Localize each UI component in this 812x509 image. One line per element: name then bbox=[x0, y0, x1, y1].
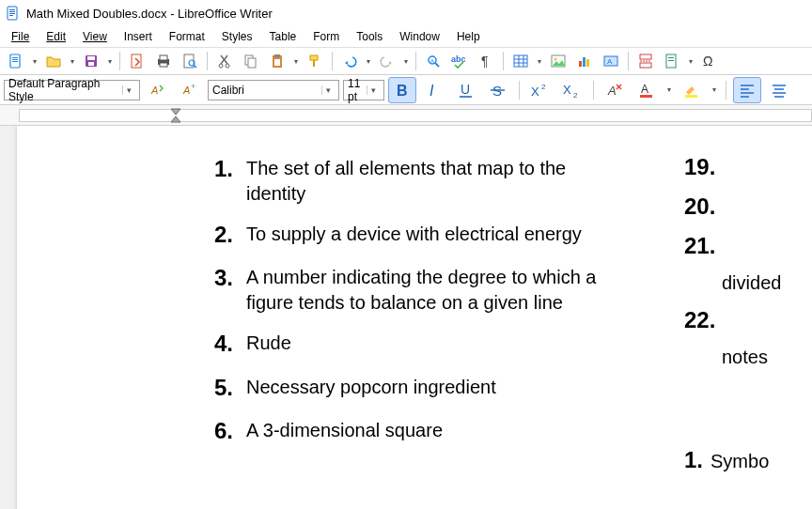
svg-rect-4 bbox=[9, 15, 13, 16]
insert-chart-button[interactable] bbox=[572, 49, 597, 73]
menu-window[interactable]: Window bbox=[392, 28, 447, 45]
align-center-button[interactable] bbox=[765, 77, 793, 103]
font-name-combo[interactable]: Calibri ▾ bbox=[208, 80, 339, 100]
menu-view[interactable]: View bbox=[75, 28, 115, 45]
italic-button[interactable]: I bbox=[420, 77, 448, 103]
svg-rect-3 bbox=[9, 13, 15, 14]
undo-dropdown[interactable]: ▾ bbox=[364, 57, 373, 66]
menu-tools[interactable]: Tools bbox=[349, 28, 390, 45]
svg-text:A: A bbox=[607, 84, 617, 98]
align-left-button[interactable] bbox=[733, 77, 761, 103]
list-number[interactable]: 19. bbox=[684, 154, 812, 180]
new-dropdown[interactable]: ▾ bbox=[30, 57, 39, 66]
paragraph-style-combo[interactable]: Default Paragraph Style ▾ bbox=[4, 80, 140, 100]
strikethrough-button[interactable]: S bbox=[484, 77, 512, 103]
ruler-background bbox=[19, 109, 812, 122]
superscript-button[interactable]: X2 bbox=[526, 77, 554, 103]
insert-table-dropdown[interactable]: ▾ bbox=[535, 57, 544, 66]
highlight-button[interactable] bbox=[678, 77, 706, 103]
menu-form[interactable]: Form bbox=[305, 28, 347, 45]
list-number[interactable]: 21. bbox=[684, 233, 812, 259]
separator bbox=[726, 81, 726, 100]
undo-button[interactable] bbox=[337, 49, 362, 73]
open-dropdown[interactable]: ▾ bbox=[68, 57, 77, 66]
paste-button[interactable] bbox=[265, 49, 289, 73]
svg-text:B: B bbox=[397, 83, 408, 99]
print-button[interactable] bbox=[151, 49, 176, 73]
find-button[interactable]: A bbox=[421, 49, 445, 73]
menu-help[interactable]: Help bbox=[449, 28, 488, 45]
list-number: 6. bbox=[205, 416, 246, 446]
list-number[interactable]: 22. bbox=[684, 307, 812, 333]
menu-edit[interactable]: Edit bbox=[39, 28, 73, 45]
svg-text:+: + bbox=[191, 82, 195, 91]
insert-field-dropdown[interactable]: ▾ bbox=[686, 57, 695, 66]
save-dropdown[interactable]: ▾ bbox=[105, 57, 115, 66]
insert-special-char-button[interactable]: Ω bbox=[697, 49, 722, 73]
svg-text:I: I bbox=[429, 83, 434, 99]
update-style-button[interactable]: A bbox=[144, 77, 172, 103]
paragraph-style-value: Default Paragraph Style bbox=[8, 77, 122, 103]
chevron-down-icon: ▾ bbox=[321, 85, 335, 95]
paste-dropdown[interactable]: ▾ bbox=[291, 57, 301, 66]
list-item[interactable]: 1. Symbo bbox=[684, 447, 812, 473]
clone-format-button[interactable] bbox=[303, 49, 327, 73]
font-color-dropdown[interactable]: ▾ bbox=[664, 85, 674, 94]
separator bbox=[503, 52, 504, 70]
copy-button[interactable] bbox=[239, 49, 263, 73]
save-button[interactable] bbox=[79, 49, 103, 73]
menu-insert[interactable]: Insert bbox=[117, 28, 160, 45]
formatting-marks-button[interactable]: ¶ bbox=[474, 49, 498, 73]
insert-image-button[interactable] bbox=[546, 49, 570, 73]
horizontal-ruler[interactable] bbox=[0, 105, 812, 126]
underline-button[interactable]: U bbox=[452, 77, 480, 103]
print-preview-button[interactable] bbox=[178, 49, 202, 73]
insert-table-button[interactable] bbox=[508, 49, 533, 73]
svg-rect-11 bbox=[88, 62, 94, 66]
text-fragment[interactable]: notes bbox=[722, 347, 812, 368]
svg-point-22 bbox=[226, 64, 229, 68]
menu-file[interactable]: File bbox=[4, 28, 37, 45]
list-number: 4. bbox=[205, 329, 246, 359]
menu-styles[interactable]: Styles bbox=[214, 28, 260, 45]
font-color-button[interactable]: A bbox=[632, 77, 661, 103]
menu-table[interactable]: Table bbox=[262, 28, 304, 45]
chevron-down-icon: ▾ bbox=[122, 85, 135, 95]
subscript-button[interactable]: X2 bbox=[558, 77, 586, 103]
svg-text:U: U bbox=[461, 82, 470, 97]
menu-format[interactable]: Format bbox=[162, 28, 212, 45]
clear-format-button[interactable]: A bbox=[601, 77, 629, 103]
spellcheck-button[interactable]: abc bbox=[447, 49, 472, 73]
svg-text:Ω: Ω bbox=[703, 54, 712, 69]
svg-rect-15 bbox=[160, 63, 167, 67]
redo-dropdown[interactable]: ▾ bbox=[401, 57, 411, 66]
insert-textbox-button[interactable]: A bbox=[599, 49, 623, 73]
text-fragment[interactable]: divided bbox=[722, 272, 812, 294]
font-size-value: 11 pt bbox=[348, 77, 367, 103]
list-item[interactable]: 1. The set of all elements that map to t… bbox=[205, 154, 609, 207]
list-number[interactable]: 20. bbox=[684, 193, 812, 220]
separator bbox=[332, 52, 333, 70]
list-item[interactable]: 4. Rude bbox=[205, 329, 609, 359]
svg-rect-71 bbox=[640, 95, 652, 98]
svg-rect-28 bbox=[310, 55, 318, 60]
svg-text:A: A bbox=[607, 57, 613, 66]
cut-button[interactable] bbox=[212, 49, 237, 73]
new-button[interactable] bbox=[4, 49, 28, 73]
list-item[interactable]: 5. Necessary popcorn ingredient bbox=[205, 373, 609, 403]
insert-field-button[interactable] bbox=[660, 49, 684, 73]
insert-pagebreak-button[interactable] bbox=[633, 49, 658, 73]
redo-button[interactable] bbox=[375, 49, 399, 73]
list-item[interactable]: 2. To supply a device with electrical en… bbox=[205, 220, 609, 250]
list-item[interactable]: 3. A number indicating the degree to whi… bbox=[205, 263, 609, 316]
separator bbox=[519, 81, 520, 100]
export-pdf-button[interactable] bbox=[125, 49, 149, 73]
font-size-combo[interactable]: 11 pt ▾ bbox=[343, 80, 384, 100]
highlight-dropdown[interactable]: ▾ bbox=[710, 85, 719, 94]
list-item[interactable]: 6. A 3-dimensional square bbox=[205, 416, 609, 446]
bold-button[interactable]: B bbox=[388, 77, 416, 103]
document-area[interactable]: 1. The set of all elements that map to t… bbox=[0, 126, 812, 509]
indent-marker-icon[interactable] bbox=[169, 105, 182, 126]
new-style-button[interactable]: A+ bbox=[176, 77, 204, 103]
open-button[interactable] bbox=[41, 49, 66, 73]
